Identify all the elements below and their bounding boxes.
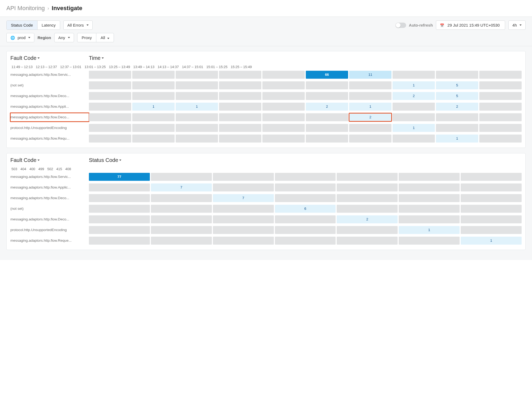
panel1-y-title[interactable]: Fault Code bbox=[10, 55, 40, 61]
heatmap-cell bbox=[461, 173, 522, 181]
fault-code-label[interactable]: protocol.http.UnsupportedEncoding bbox=[10, 226, 89, 234]
heatmap-cell[interactable]: 1 bbox=[132, 103, 175, 111]
heatmap-cell bbox=[219, 81, 261, 89]
region-dropdown[interactable]: Any bbox=[54, 33, 74, 42]
fault-code-label[interactable]: messaging.adaptors.http.flow.Deco... bbox=[10, 194, 89, 202]
heatmap-cell bbox=[461, 205, 522, 213]
proxy-dropdown[interactable]: All bbox=[96, 33, 114, 42]
heatmap-cell bbox=[89, 113, 131, 121]
heatmap-cell bbox=[262, 71, 305, 79]
heatmap-cell bbox=[306, 124, 348, 132]
heatmap-cell bbox=[89, 124, 131, 132]
heatmap-cell bbox=[132, 81, 175, 89]
heatmap-cell bbox=[399, 205, 460, 213]
heatmap-cell bbox=[337, 226, 398, 234]
heatmap-cell[interactable]: 2 bbox=[393, 92, 435, 100]
panel2-y-title[interactable]: Fault Code bbox=[10, 157, 40, 163]
column-header: 14:13 – 14:37 bbox=[156, 63, 180, 70]
heatmap-cell[interactable]: 5 bbox=[436, 92, 478, 100]
heatmap-cell[interactable]: 1 bbox=[176, 103, 218, 111]
region-label: Region bbox=[38, 35, 51, 40]
fault-code-label[interactable]: messaging.adaptors.http.flow.Servic... bbox=[10, 173, 89, 181]
fault-code-label[interactable]: (not set) bbox=[10, 81, 89, 90]
toggle-track bbox=[395, 23, 406, 28]
heatmap-cell[interactable]: 1 bbox=[349, 103, 391, 111]
heatmap-cell bbox=[479, 135, 522, 143]
heatmap-cell bbox=[132, 113, 175, 121]
heatmap-cell[interactable]: 11 bbox=[349, 71, 391, 79]
heatmap-cell bbox=[436, 124, 478, 132]
heatmap-cell[interactable]: 1 bbox=[461, 237, 522, 245]
heatmap-cell[interactable]: 7 bbox=[213, 194, 274, 202]
fault-code-label[interactable]: messaging.adaptors.http.flow.Appli... bbox=[10, 102, 89, 111]
heatmap-cell bbox=[213, 215, 274, 223]
heatmap-cell bbox=[399, 183, 460, 191]
heatmap-cell[interactable]: 1 bbox=[399, 226, 460, 234]
column-header: 400 bbox=[28, 165, 36, 173]
heatmap-cell bbox=[275, 226, 336, 234]
fault-code-label[interactable]: protocol.http.UnsupportedEncoding bbox=[10, 124, 89, 132]
column-header: 13:49 – 14:13 bbox=[132, 63, 156, 70]
table-row: messaging.adaptors.http.flow.Servic...77 bbox=[10, 173, 522, 181]
heatmap-cell[interactable]: 2 bbox=[436, 103, 478, 111]
proxy-label: Proxy bbox=[77, 33, 96, 42]
heatmap-cell bbox=[89, 135, 131, 143]
table-row: messaging.adaptors.http.flow.Deco...25 bbox=[10, 92, 522, 100]
column-header: 12:37 – 13:01 bbox=[59, 63, 83, 70]
breadcrumb-section[interactable]: API Monitoring bbox=[6, 5, 45, 12]
heatmap-cell[interactable]: 7 bbox=[151, 183, 212, 191]
fault-code-label[interactable]: (not set) bbox=[10, 204, 89, 213]
column-header: 13:01 – 13:25 bbox=[84, 63, 107, 70]
heatmap-cell bbox=[349, 92, 391, 100]
breadcrumb: API Monitoring › Investigate bbox=[0, 0, 532, 16]
heatmap-cell bbox=[436, 71, 478, 79]
heatmap-cell bbox=[176, 92, 218, 100]
heatmap-cell bbox=[399, 237, 460, 245]
heatmap-cell bbox=[479, 71, 522, 79]
fault-code-label[interactable]: messaging.adaptors.http.flow.Deco... bbox=[10, 92, 89, 100]
datetime-picker[interactable]: 29 Jul 2021 15:49 UTC+0530 bbox=[436, 20, 505, 30]
heatmap-cell bbox=[151, 226, 212, 234]
panel1-x-title[interactable]: Time bbox=[89, 55, 104, 61]
heatmap-cell bbox=[306, 81, 348, 89]
heatmap-cell[interactable]: 1 bbox=[393, 124, 435, 132]
heatmap-cell[interactable]: 2 bbox=[337, 215, 398, 223]
heatmap-cell[interactable]: 77 bbox=[89, 173, 150, 181]
heatmap-cell bbox=[461, 183, 522, 191]
table-row: messaging.adaptors.http.flow.Servic...66… bbox=[10, 70, 522, 79]
heatmap-cell[interactable]: 2 bbox=[306, 103, 348, 111]
heatmap-cell bbox=[132, 124, 175, 132]
chevron-right-icon: › bbox=[47, 6, 49, 11]
heatmap-cell bbox=[399, 194, 460, 202]
heatmap-cell bbox=[393, 135, 435, 143]
env-value: prod bbox=[18, 35, 26, 40]
panel2-x-title[interactable]: Status Code bbox=[89, 157, 121, 163]
heatmap-cell[interactable]: 2 bbox=[349, 113, 391, 121]
tab-status-code[interactable]: Status Code bbox=[7, 21, 38, 30]
column-header: 415 bbox=[55, 165, 63, 173]
fault-code-label[interactable]: messaging.adaptors.http.flow.Reque... bbox=[10, 236, 89, 245]
table-row: protocol.http.UnsupportedEncoding1 bbox=[10, 226, 522, 234]
heatmap-cell bbox=[262, 135, 305, 143]
fault-code-label[interactable]: messaging.adaptors.http.flow.Deco... bbox=[10, 113, 89, 122]
fault-code-label[interactable]: messaging.adaptors.http.flow.Requ... bbox=[10, 134, 89, 143]
heatmap-cell bbox=[349, 135, 391, 143]
column-header: 499 bbox=[37, 165, 45, 173]
heatmap-cell[interactable]: 1 bbox=[436, 135, 478, 143]
toggle-knob bbox=[396, 23, 401, 28]
heatmap-cell[interactable]: 5 bbox=[436, 81, 478, 89]
heatmap-cell[interactable]: 66 bbox=[306, 71, 348, 79]
heatmap-cell bbox=[262, 113, 305, 121]
fault-code-label[interactable]: messaging.adaptors.http.flow.Servic... bbox=[10, 70, 89, 79]
heatmap-cell[interactable]: 1 bbox=[393, 81, 435, 89]
range-dropdown[interactable]: 4h bbox=[508, 20, 526, 30]
error-filter-dropdown[interactable]: All Errors bbox=[63, 20, 93, 30]
table-row: messaging.adaptors.http.flow.Applic...7 bbox=[10, 183, 522, 192]
auto-refresh-toggle[interactable]: Auto-refresh bbox=[395, 23, 433, 28]
fault-code-label[interactable]: messaging.adaptors.http.flow.Deco... bbox=[10, 215, 89, 224]
fault-code-label[interactable]: messaging.adaptors.http.flow.Applic... bbox=[10, 183, 89, 192]
env-dropdown[interactable]: prod bbox=[6, 33, 34, 42]
tab-latency[interactable]: Latency bbox=[38, 21, 60, 30]
heatmap-cell[interactable]: 6 bbox=[275, 205, 336, 213]
table-row: (not set)15 bbox=[10, 81, 522, 90]
